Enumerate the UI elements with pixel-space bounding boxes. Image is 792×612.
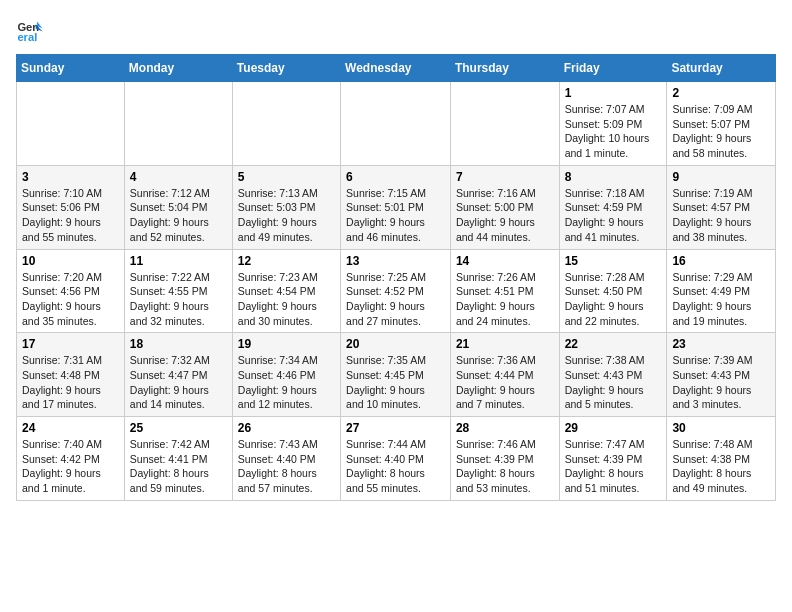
day-number: 6 — [346, 170, 445, 184]
day-number: 13 — [346, 254, 445, 268]
calendar-cell: 17Sunrise: 7:31 AM Sunset: 4:48 PM Dayli… — [17, 333, 125, 417]
day-number: 16 — [672, 254, 770, 268]
calendar-cell: 26Sunrise: 7:43 AM Sunset: 4:40 PM Dayli… — [232, 417, 340, 501]
calendar-cell: 2Sunrise: 7:09 AM Sunset: 5:07 PM Daylig… — [667, 82, 776, 166]
day-info: Sunrise: 7:32 AM Sunset: 4:47 PM Dayligh… — [130, 353, 227, 412]
day-info: Sunrise: 7:47 AM Sunset: 4:39 PM Dayligh… — [565, 437, 662, 496]
day-info: Sunrise: 7:20 AM Sunset: 4:56 PM Dayligh… — [22, 270, 119, 329]
day-info: Sunrise: 7:39 AM Sunset: 4:43 PM Dayligh… — [672, 353, 770, 412]
weekday-header: Saturday — [667, 55, 776, 82]
calendar-cell: 19Sunrise: 7:34 AM Sunset: 4:46 PM Dayli… — [232, 333, 340, 417]
calendar-cell: 6Sunrise: 7:15 AM Sunset: 5:01 PM Daylig… — [341, 165, 451, 249]
calendar-header-row: SundayMondayTuesdayWednesdayThursdayFrid… — [17, 55, 776, 82]
day-number: 22 — [565, 337, 662, 351]
calendar-cell: 12Sunrise: 7:23 AM Sunset: 4:54 PM Dayli… — [232, 249, 340, 333]
calendar-cell — [450, 82, 559, 166]
day-info: Sunrise: 7:43 AM Sunset: 4:40 PM Dayligh… — [238, 437, 335, 496]
day-info: Sunrise: 7:42 AM Sunset: 4:41 PM Dayligh… — [130, 437, 227, 496]
day-info: Sunrise: 7:28 AM Sunset: 4:50 PM Dayligh… — [565, 270, 662, 329]
day-info: Sunrise: 7:31 AM Sunset: 4:48 PM Dayligh… — [22, 353, 119, 412]
day-number: 10 — [22, 254, 119, 268]
logo-icon: Gen eral — [16, 16, 44, 44]
weekday-header: Monday — [124, 55, 232, 82]
day-number: 20 — [346, 337, 445, 351]
day-number: 27 — [346, 421, 445, 435]
day-info: Sunrise: 7:23 AM Sunset: 4:54 PM Dayligh… — [238, 270, 335, 329]
day-info: Sunrise: 7:10 AM Sunset: 5:06 PM Dayligh… — [22, 186, 119, 245]
calendar-cell: 25Sunrise: 7:42 AM Sunset: 4:41 PM Dayli… — [124, 417, 232, 501]
day-number: 12 — [238, 254, 335, 268]
weekday-header: Sunday — [17, 55, 125, 82]
day-info: Sunrise: 7:36 AM Sunset: 4:44 PM Dayligh… — [456, 353, 554, 412]
calendar-cell — [124, 82, 232, 166]
day-info: Sunrise: 7:38 AM Sunset: 4:43 PM Dayligh… — [565, 353, 662, 412]
calendar-cell: 30Sunrise: 7:48 AM Sunset: 4:38 PM Dayli… — [667, 417, 776, 501]
day-number: 9 — [672, 170, 770, 184]
day-number: 15 — [565, 254, 662, 268]
day-info: Sunrise: 7:29 AM Sunset: 4:49 PM Dayligh… — [672, 270, 770, 329]
weekday-header: Wednesday — [341, 55, 451, 82]
day-number: 1 — [565, 86, 662, 100]
calendar-cell: 13Sunrise: 7:25 AM Sunset: 4:52 PM Dayli… — [341, 249, 451, 333]
day-number: 23 — [672, 337, 770, 351]
day-info: Sunrise: 7:13 AM Sunset: 5:03 PM Dayligh… — [238, 186, 335, 245]
header: Gen eral — [16, 16, 776, 44]
day-number: 28 — [456, 421, 554, 435]
weekday-header: Tuesday — [232, 55, 340, 82]
calendar-table: SundayMondayTuesdayWednesdayThursdayFrid… — [16, 54, 776, 501]
day-info: Sunrise: 7:46 AM Sunset: 4:39 PM Dayligh… — [456, 437, 554, 496]
day-number: 21 — [456, 337, 554, 351]
day-info: Sunrise: 7:40 AM Sunset: 4:42 PM Dayligh… — [22, 437, 119, 496]
calendar-week-row: 1Sunrise: 7:07 AM Sunset: 5:09 PM Daylig… — [17, 82, 776, 166]
day-info: Sunrise: 7:19 AM Sunset: 4:57 PM Dayligh… — [672, 186, 770, 245]
calendar-cell: 8Sunrise: 7:18 AM Sunset: 4:59 PM Daylig… — [559, 165, 667, 249]
calendar-week-row: 17Sunrise: 7:31 AM Sunset: 4:48 PM Dayli… — [17, 333, 776, 417]
day-number: 17 — [22, 337, 119, 351]
calendar-cell: 27Sunrise: 7:44 AM Sunset: 4:40 PM Dayli… — [341, 417, 451, 501]
day-info: Sunrise: 7:07 AM Sunset: 5:09 PM Dayligh… — [565, 102, 662, 161]
weekday-header: Friday — [559, 55, 667, 82]
calendar-cell: 11Sunrise: 7:22 AM Sunset: 4:55 PM Dayli… — [124, 249, 232, 333]
day-number: 25 — [130, 421, 227, 435]
day-info: Sunrise: 7:16 AM Sunset: 5:00 PM Dayligh… — [456, 186, 554, 245]
calendar-cell — [341, 82, 451, 166]
day-info: Sunrise: 7:35 AM Sunset: 4:45 PM Dayligh… — [346, 353, 445, 412]
day-number: 26 — [238, 421, 335, 435]
day-number: 24 — [22, 421, 119, 435]
day-number: 29 — [565, 421, 662, 435]
day-number: 3 — [22, 170, 119, 184]
calendar-week-row: 24Sunrise: 7:40 AM Sunset: 4:42 PM Dayli… — [17, 417, 776, 501]
calendar-cell: 5Sunrise: 7:13 AM Sunset: 5:03 PM Daylig… — [232, 165, 340, 249]
day-info: Sunrise: 7:48 AM Sunset: 4:38 PM Dayligh… — [672, 437, 770, 496]
day-number: 5 — [238, 170, 335, 184]
calendar-cell — [232, 82, 340, 166]
day-number: 19 — [238, 337, 335, 351]
calendar-cell: 20Sunrise: 7:35 AM Sunset: 4:45 PM Dayli… — [341, 333, 451, 417]
day-number: 2 — [672, 86, 770, 100]
calendar-cell: 24Sunrise: 7:40 AM Sunset: 4:42 PM Dayli… — [17, 417, 125, 501]
day-number: 30 — [672, 421, 770, 435]
day-info: Sunrise: 7:18 AM Sunset: 4:59 PM Dayligh… — [565, 186, 662, 245]
day-info: Sunrise: 7:25 AM Sunset: 4:52 PM Dayligh… — [346, 270, 445, 329]
logo: Gen eral — [16, 16, 48, 44]
calendar-cell: 1Sunrise: 7:07 AM Sunset: 5:09 PM Daylig… — [559, 82, 667, 166]
day-number: 11 — [130, 254, 227, 268]
day-info: Sunrise: 7:15 AM Sunset: 5:01 PM Dayligh… — [346, 186, 445, 245]
svg-text:eral: eral — [17, 31, 37, 43]
day-number: 18 — [130, 337, 227, 351]
calendar-cell: 9Sunrise: 7:19 AM Sunset: 4:57 PM Daylig… — [667, 165, 776, 249]
calendar-cell: 7Sunrise: 7:16 AM Sunset: 5:00 PM Daylig… — [450, 165, 559, 249]
day-number: 7 — [456, 170, 554, 184]
calendar-cell: 21Sunrise: 7:36 AM Sunset: 4:44 PM Dayli… — [450, 333, 559, 417]
calendar-cell: 18Sunrise: 7:32 AM Sunset: 4:47 PM Dayli… — [124, 333, 232, 417]
calendar-cell: 10Sunrise: 7:20 AM Sunset: 4:56 PM Dayli… — [17, 249, 125, 333]
calendar-cell: 29Sunrise: 7:47 AM Sunset: 4:39 PM Dayli… — [559, 417, 667, 501]
calendar-week-row: 10Sunrise: 7:20 AM Sunset: 4:56 PM Dayli… — [17, 249, 776, 333]
day-number: 14 — [456, 254, 554, 268]
day-number: 8 — [565, 170, 662, 184]
day-info: Sunrise: 7:44 AM Sunset: 4:40 PM Dayligh… — [346, 437, 445, 496]
weekday-header: Thursday — [450, 55, 559, 82]
calendar-cell: 3Sunrise: 7:10 AM Sunset: 5:06 PM Daylig… — [17, 165, 125, 249]
day-info: Sunrise: 7:26 AM Sunset: 4:51 PM Dayligh… — [456, 270, 554, 329]
day-number: 4 — [130, 170, 227, 184]
